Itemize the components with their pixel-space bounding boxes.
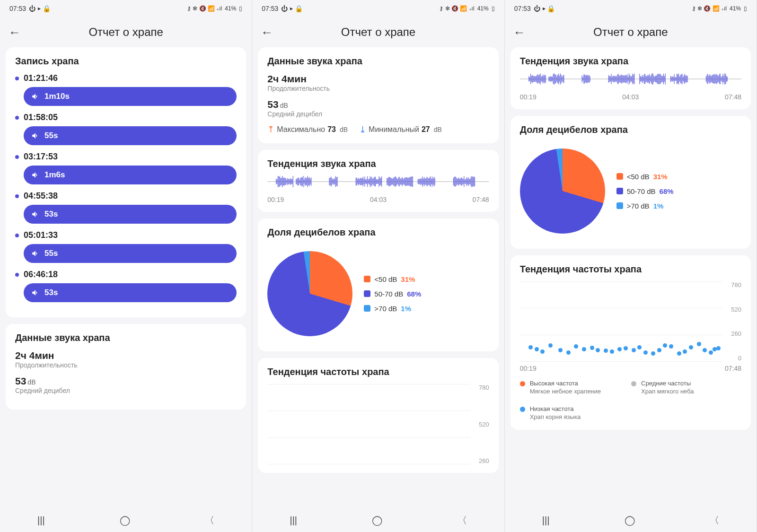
legend-pct: 1% (653, 202, 664, 210)
recordings-title: Запись храпа (15, 56, 237, 67)
back-button[interactable]: ← (9, 25, 21, 40)
bullet-icon (15, 273, 19, 277)
ytick: 260 (479, 457, 489, 464)
avg-db-label: Средний децибел (15, 387, 237, 394)
legend-pct: 31% (401, 275, 415, 283)
back-button[interactable]: ← (513, 25, 526, 40)
bullet-icon (15, 234, 19, 237)
scatter-dot (703, 348, 707, 352)
battery-icon: ▯ (744, 5, 747, 12)
trend-time-start: 00:19 (520, 93, 537, 101)
scatter-dot (548, 343, 553, 348)
scatter-dot (677, 351, 681, 356)
home-button[interactable]: ◯ (110, 511, 140, 530)
status-bar: 07:53⏻ ▶ 🔒 ⚷ ✻ 🔇 📶 ₊ıl41%▯ (0, 0, 252, 17)
app-bar: ← Отчет о храпе (0, 17, 252, 47)
recording-time: 06:46:18 (24, 270, 58, 279)
legend-dot-icon (631, 381, 636, 386)
avg-db-unit: dB (27, 378, 35, 386)
status-bar: 07:53⏻ ▶ 🔒 ⚷ ✻ 🔇 📶 ₊ıl41%▯ (252, 0, 504, 17)
recents-button[interactable]: ||| (28, 511, 54, 530)
scatter-dot (610, 349, 614, 354)
avg-db-value: 53 (15, 375, 26, 387)
home-button[interactable]: ◯ (615, 511, 644, 530)
play-button[interactable]: 55s (24, 126, 237, 145)
status-time: 07:53 (9, 5, 26, 12)
play-button[interactable]: 1m6s (24, 166, 237, 184)
status-left-icons: ⏻ ▶ 🔒 (29, 5, 51, 12)
navigation-bar: ||| ◯ 〈 (505, 508, 757, 532)
recording-duration: 55s (44, 131, 58, 140)
back-button[interactable]: ← (261, 25, 273, 40)
back-nav-button[interactable]: 〈 (700, 510, 729, 531)
recording-item: 06:46:18 53s (15, 270, 237, 302)
screen-1: 07:53⏻ ▶ 🔒 ⚷ ✻ 🔇 📶 ₊ıl41%▯ ← Отчет о хра… (0, 0, 252, 532)
scatter-dot (643, 350, 648, 355)
recording-time: 01:58:05 (24, 113, 58, 122)
min-value: 27 (422, 125, 430, 134)
scatter-dot (582, 347, 586, 351)
avg-db-value: 53 (267, 99, 278, 110)
sounddata-card-partial: Данные звука храпа 2ч 4мин Продолжительн… (6, 324, 246, 410)
scatter-dot (596, 348, 600, 352)
max-label: Максимально (277, 125, 325, 134)
speaker-icon (31, 249, 40, 258)
back-nav-button[interactable]: 〈 (195, 510, 224, 531)
status-battery: 41% (225, 5, 236, 12)
back-nav-button[interactable]: 〈 (448, 510, 476, 531)
decibel-share-title: Доля децибелов храпа (267, 227, 489, 238)
legend-swatch (616, 188, 623, 194)
freq-legend-item: Низкая частотаХрап корня языка (520, 405, 622, 421)
scatter-dot (558, 348, 563, 352)
max-icon: ⤒ (267, 124, 274, 135)
status-left-icons: ⏻ ▶ 🔒 (534, 5, 555, 12)
legend-swatch (616, 202, 623, 209)
scatter-dot (617, 347, 622, 351)
freq-legend-title: Средние частоты (641, 380, 694, 388)
legend-item: >70 dB 1% (616, 202, 674, 210)
scatter-dot (632, 348, 636, 352)
ytick: 520 (731, 306, 741, 313)
recents-button[interactable]: ||| (280, 511, 307, 530)
trend-time-mid: 04:03 (370, 196, 387, 203)
play-button[interactable]: 1m10s (24, 87, 237, 106)
trend-title: Тенденция звука храпа (520, 56, 741, 67)
status-bar: 07:53⏻ ▶ 🔒 ⚷ ✻ 🔇 📶 ₊ıl41%▯ (505, 0, 757, 17)
avg-db-unit: dB (280, 102, 288, 109)
legend-swatch (364, 305, 370, 312)
freq-trend-card-partial: Тенденция частоты храпа 780520260 (258, 358, 498, 473)
play-button[interactable]: 53s (24, 205, 237, 224)
bullet-icon (15, 155, 19, 159)
freq-legend-sub: Мягкое небное храпение (530, 388, 601, 396)
status-time: 07:53 (262, 5, 278, 12)
page-title: Отчет о храпе (278, 26, 478, 39)
recents-button[interactable]: ||| (533, 511, 559, 530)
scatter-dot (689, 345, 693, 349)
decibel-share-card: Доля децибелов храпа <50 dB 31%50-70 dB … (511, 116, 751, 249)
pie-chart (267, 251, 352, 336)
legend-swatch (364, 290, 370, 297)
legend-item: <50 dB 31% (616, 173, 674, 181)
trend-time-end: 07:48 (473, 196, 489, 203)
legend-pct: 68% (660, 187, 674, 195)
ytick: 780 (731, 281, 741, 288)
play-button[interactable]: 55s (24, 244, 237, 263)
home-button[interactable]: ◯ (362, 511, 392, 530)
freq-legend-title: Низкая частота (530, 405, 581, 413)
recording-item: 01:21:46 1m10s (15, 73, 237, 106)
status-battery: 41% (730, 5, 741, 12)
recording-duration: 53s (44, 288, 58, 297)
sounddata-card: Данные звука храпа 2ч 4мин Продолжительн… (258, 47, 498, 143)
recording-time: 05:01:33 (24, 230, 58, 240)
status-right-icons: ⚷ ✻ 🔇 📶 ₊ıl (439, 5, 474, 12)
trend-time-mid: 04:03 (622, 93, 639, 101)
app-bar: ← Отчет о храпе (505, 17, 757, 47)
page-title: Отчет о храпе (530, 26, 731, 39)
scatter-dot (709, 350, 713, 355)
ytick: 520 (479, 421, 489, 428)
recording-item: 03:17:53 1m6s (15, 152, 237, 184)
screen-3: 07:53⏻ ▶ 🔒 ⚷ ✻ 🔇 📶 ₊ıl41%▯ ← Отчет о хра… (505, 0, 757, 532)
freq-legend-item: Высокая частотаМягкое небное храпение (520, 380, 622, 396)
recording-duration: 1m10s (44, 92, 70, 101)
play-button[interactable]: 53s (24, 283, 237, 302)
